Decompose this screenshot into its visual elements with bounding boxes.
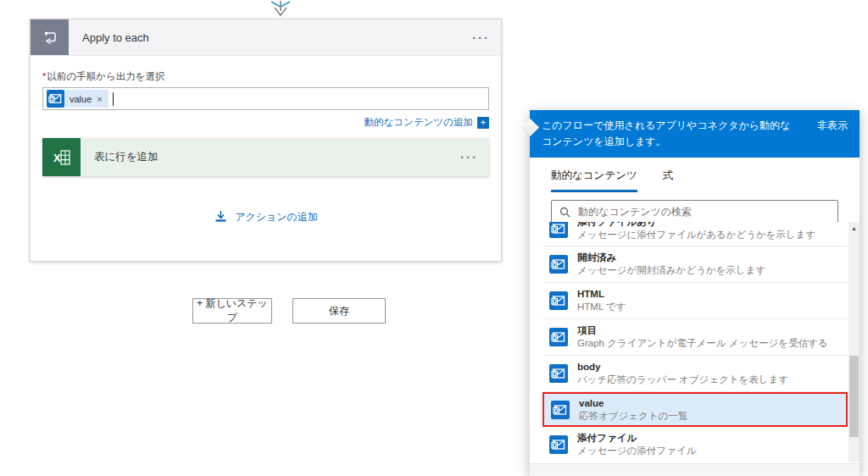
flow-connector-arrow-icon[interactable] — [268, 0, 293, 19]
apply-to-each-card: Apply to each ··· *以前の手順から出力を選択 value × … — [30, 19, 502, 262]
panel-footer — [530, 463, 860, 476]
outlook-connector-icon — [549, 328, 568, 346]
output-select-input[interactable]: value × — [42, 87, 489, 110]
save-button[interactable]: 保存 — [292, 298, 386, 324]
outlook-connector-icon — [549, 364, 568, 383]
item-title: 項目 — [577, 324, 828, 337]
dynamic-content-panel: このフローで使用されるアプリやコネクタから動的なコンテンツを追加します。 非表示… — [530, 110, 860, 476]
panel-tabs: 動的なコンテンツ 式 — [551, 169, 860, 192]
dynamic-content-search[interactable] — [551, 200, 838, 224]
add-action-icon — [214, 210, 228, 224]
outlook-connector-icon — [549, 291, 568, 310]
panel-header-message: このフローで使用されるアプリやコネクタから動的なコンテンツを追加します。 — [542, 118, 793, 149]
search-icon — [559, 207, 570, 218]
item-title: body — [577, 361, 788, 374]
item-title: 添付ファイルあり — [577, 222, 815, 229]
list-item-is-read[interactable]: 開封済み メッセージが開封済みかどうかを示します — [542, 246, 848, 283]
item-title: value — [579, 397, 687, 410]
scrollbar-thumb[interactable] — [849, 356, 859, 437]
list-item-item[interactable]: 項目 Graph クライアントが電子メール メッセージを受信する — [542, 319, 848, 356]
add-dynamic-content-plus-button[interactable]: + — [477, 117, 489, 129]
apply-to-each-title: Apply to each — [82, 31, 149, 44]
svg-text:X: X — [53, 152, 61, 164]
item-desc: HTML です — [577, 301, 626, 313]
item-desc: 応答オブジェクトの一覧 — [579, 410, 687, 423]
list-scrollbar[interactable]: ▲ — [849, 222, 860, 462]
item-desc: バッチ応答のラッパー オブジェクトを表します — [577, 374, 788, 386]
output-select-label: *以前の手順から出力を選択 — [42, 70, 489, 83]
list-item-body[interactable]: body バッチ応答のラッパー オブジェクトを表します — [542, 356, 848, 392]
apply-to-each-header[interactable]: Apply to each ··· — [31, 19, 501, 56]
item-desc: メッセージに添付ファイルがあるかどうかを示します — [577, 229, 815, 241]
hide-panel-link[interactable]: 非表示 — [817, 118, 848, 134]
scroll-up-icon[interactable]: ▲ — [849, 222, 860, 234]
item-desc: Graph クライアントが電子メール メッセージを受信する — [577, 337, 828, 350]
list-item-value-highlighted[interactable]: value 応答オブジェクトの一覧 — [542, 392, 848, 427]
outlook-connector-icon — [551, 401, 570, 419]
item-title: HTML — [577, 288, 626, 301]
list-item-attachments[interactable]: 添付ファイル メッセージの添付ファイル — [542, 427, 848, 462]
remove-token-icon[interactable]: × — [97, 94, 102, 104]
value-token-chip[interactable]: value × — [47, 90, 108, 108]
list-item-html[interactable]: HTML HTML です — [542, 283, 848, 319]
add-action-label: アクションの追加 — [235, 210, 318, 224]
outlook-connector-icon — [549, 435, 568, 454]
item-desc: メッセージが開封済みかどうかを示します — [577, 264, 765, 277]
add-dynamic-content-link[interactable]: 動的なコンテンツの追加 — [364, 116, 473, 129]
add-action-link[interactable]: アクションの追加 — [42, 210, 489, 224]
apply-to-each-loop-icon — [31, 19, 69, 55]
list-item-attachments-flag[interactable]: 添付ファイルあり メッセージに添付ファイルがあるかどうかを示します — [542, 222, 848, 246]
tab-dynamic-content[interactable]: 動的なコンテンツ — [551, 169, 637, 192]
new-step-button[interactable]: + 新しいステップ — [192, 298, 272, 324]
apply-to-each-menu-icon[interactable]: ··· — [472, 30, 490, 45]
text-caret — [113, 92, 114, 106]
item-title: 添付ファイル — [577, 432, 696, 445]
panel-header: このフローで使用されるアプリやコネクタから動的なコンテンツを追加します。 非表示 — [530, 110, 860, 158]
outlook-connector-icon — [549, 222, 568, 238]
item-desc: メッセージの添付ファイル — [577, 445, 696, 457]
search-input[interactable] — [578, 206, 830, 218]
item-title: 開封済み — [577, 252, 765, 264]
excel-connector-icon: X — [42, 138, 81, 176]
add-row-to-table-menu-icon[interactable]: ··· — [460, 150, 478, 164]
outlook-connector-icon — [549, 255, 568, 274]
outlook-connector-icon — [47, 90, 64, 108]
tab-expression[interactable]: 式 — [663, 169, 674, 192]
apply-to-each-body: *以前の手順から出力を選択 value × 動的なコンテンツの追加 + X 表 — [31, 70, 501, 224]
required-marker: * — [42, 71, 46, 81]
dynamic-content-list: 添付ファイルあり メッセージに添付ファイルがあるかどうかを示します 開封済み メ… — [542, 222, 848, 462]
add-row-to-table-card[interactable]: X 表に行を追加 ··· — [42, 138, 489, 176]
token-label: value — [70, 94, 92, 104]
add-row-to-table-title: 表に行を追加 — [94, 150, 159, 164]
